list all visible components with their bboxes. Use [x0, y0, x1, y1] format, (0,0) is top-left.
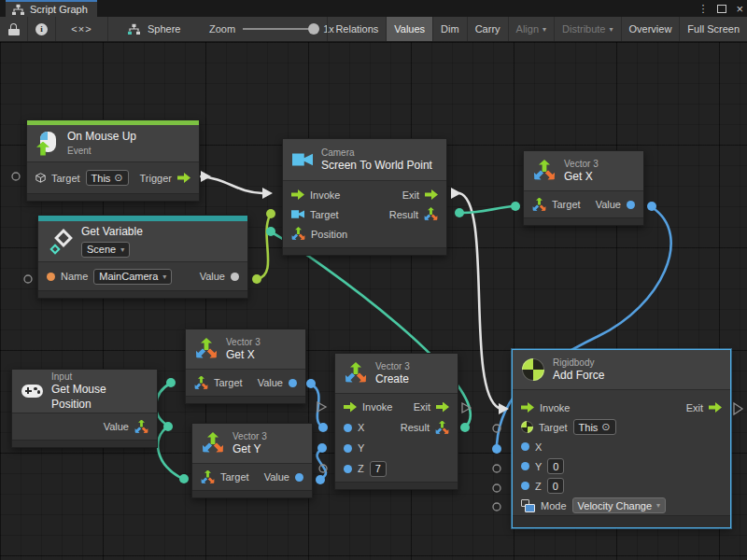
variable-scope-dropdown[interactable]: Scene ▾	[81, 242, 130, 258]
info-button[interactable]: i	[28, 17, 56, 41]
lock-button[interactable]	[0, 17, 28, 41]
enum-port-icon[interactable]	[521, 499, 535, 512]
node-category: Vector 3	[564, 158, 599, 170]
z-value-field[interactable]: 7	[370, 461, 387, 477]
maximize-icon[interactable]	[717, 5, 726, 13]
target-object-chip[interactable]: This ⊙	[86, 170, 129, 186]
result-port-label: Result	[401, 422, 430, 433]
vector3-port-icon[interactable]	[424, 207, 438, 221]
script-graph-icon	[127, 23, 141, 35]
tab-script-graph[interactable]: Script Graph	[6, 0, 97, 17]
node-subtitle: Event	[67, 145, 136, 157]
rigidbody-port-icon[interactable]	[521, 421, 533, 433]
value-port-label: Value	[264, 471, 289, 483]
y-port[interactable]	[344, 444, 352, 453]
target-port-label: Target	[214, 377, 243, 388]
exit-flow-port[interactable]	[436, 402, 449, 413]
z-port-label: Z	[535, 481, 542, 492]
vector3-port-icon[interactable]	[291, 227, 305, 241]
z-value-field[interactable]: 0	[547, 478, 564, 494]
vector3-port-icon[interactable]	[194, 376, 208, 390]
y-value-field[interactable]: 0	[547, 458, 564, 474]
chevron-down-icon: ▾	[610, 25, 613, 34]
node-title: Create	[375, 372, 410, 387]
node-category: Vector 3	[233, 430, 267, 442]
trigger-flow-port[interactable]	[177, 173, 190, 183]
value-port[interactable]	[295, 473, 303, 482]
value-port[interactable]	[231, 273, 239, 281]
y-port[interactable]	[521, 462, 529, 470]
breadcrumb[interactable]: Sphere	[148, 23, 180, 35]
invoke-flow-port[interactable]	[344, 402, 357, 413]
node-vector3-create[interactable]: Vector 3 Create Invoke Exit X Result Y Z…	[334, 353, 458, 490]
vector3-port-icon[interactable]	[435, 421, 449, 435]
trigger-port-label: Trigger	[140, 173, 172, 184]
object-picker-icon[interactable]: ⊙	[601, 421, 610, 433]
node-category: Vector 3	[375, 360, 410, 372]
y-port-label: Y	[535, 461, 542, 472]
values-button[interactable]: Values	[386, 17, 432, 41]
vector3-port-icon[interactable]	[201, 470, 215, 484]
zoom-label: Zoom	[209, 23, 235, 35]
vector3-icon	[195, 338, 218, 360]
node-category: Input	[51, 371, 148, 383]
zoom-slider-handle[interactable]	[308, 23, 319, 35]
node-rigidbody-add-force[interactable]: Rigidbody Add Force Invoke Exit Target T…	[512, 349, 731, 528]
rigidbody-icon	[522, 358, 544, 381]
node-title: Get X	[226, 348, 261, 363]
node-screen-to-world-point[interactable]: Camera Screen To World Point Invoke Exit…	[282, 138, 447, 256]
value-port[interactable]	[627, 201, 635, 209]
zoom-slider[interactable]	[243, 28, 316, 30]
exit-flow-port[interactable]	[425, 189, 438, 200]
fullscreen-button[interactable]: Full Screen	[679, 17, 747, 41]
value-port[interactable]	[289, 379, 297, 387]
node-category: Camera	[321, 147, 432, 159]
name-port-label: Name	[61, 271, 88, 282]
target-port-label: Target	[539, 422, 568, 433]
invoke-flow-port[interactable]	[521, 402, 534, 413]
close-icon[interactable]: ×	[736, 3, 743, 15]
z-port[interactable]	[521, 482, 529, 490]
vector3-port-icon[interactable]	[134, 420, 148, 434]
dim-button[interactable]: Dim	[432, 17, 467, 41]
align-button[interactable]: Align▾	[508, 17, 554, 41]
mode-dropdown[interactable]: Velocity Change ▾	[572, 497, 667, 513]
name-port[interactable]	[47, 273, 55, 281]
invoke-port-label: Invoke	[310, 189, 340, 201]
exit-flow-port[interactable]	[709, 402, 722, 413]
overview-button[interactable]: Overview	[621, 17, 680, 41]
vector3-icon	[533, 160, 556, 182]
result-port-label: Result	[389, 209, 418, 220]
vector3-port-icon[interactable]	[532, 198, 546, 212]
node-vector3-get-y[interactable]: Vector 3 Get Y Target Value	[191, 423, 313, 498]
more-menu-icon[interactable]: ⋮	[698, 3, 708, 15]
value-port-label: Value	[104, 421, 129, 432]
invoke-flow-port[interactable]	[291, 189, 304, 200]
x-port[interactable]	[521, 442, 529, 451]
vector3-icon	[202, 432, 224, 455]
target-object-chip[interactable]: This ⊙	[573, 419, 616, 435]
chevron-down-icon: ▾	[543, 25, 546, 34]
carry-button[interactable]: Carry	[467, 17, 508, 41]
target-port-label: Target	[310, 209, 339, 220]
target-port-label: Target	[220, 471, 249, 483]
node-vector3-get-x[interactable]: Vector 3 Get X Target Value	[185, 329, 306, 404]
target-port-label: Target	[552, 199, 581, 210]
node-get-variable[interactable]: Get Variable Scene ▾ Name MainCamera ▾ V…	[37, 215, 248, 299]
node-on-mouse-up[interactable]: On Mouse Up Event Target This ⊙ Trigger	[26, 119, 200, 202]
tab-label: Script Graph	[30, 4, 88, 15]
relations-button[interactable]: Relations	[327, 17, 386, 41]
x-port[interactable]	[344, 424, 352, 432]
node-vector3-get-x-top[interactable]: Vector 3 Get X Target Value	[523, 150, 644, 226]
node-title: Get Y	[233, 442, 267, 457]
node-category: Rigidbody	[553, 357, 604, 369]
chevron-down-icon: ▾	[656, 501, 660, 510]
variable-name-dropdown[interactable]: MainCamera ▾	[93, 269, 172, 285]
node-get-mouse-position[interactable]: Input Get Mouse Position Value	[11, 369, 158, 448]
z-port[interactable]	[344, 465, 352, 473]
distribute-button[interactable]: Distribute▾	[554, 17, 620, 41]
y-port-label: Y	[358, 442, 364, 454]
object-picker-icon[interactable]: ⊙	[114, 172, 122, 184]
code-preview-button[interactable]: <×>	[56, 17, 108, 41]
camera-port-icon[interactable]	[291, 210, 304, 218]
